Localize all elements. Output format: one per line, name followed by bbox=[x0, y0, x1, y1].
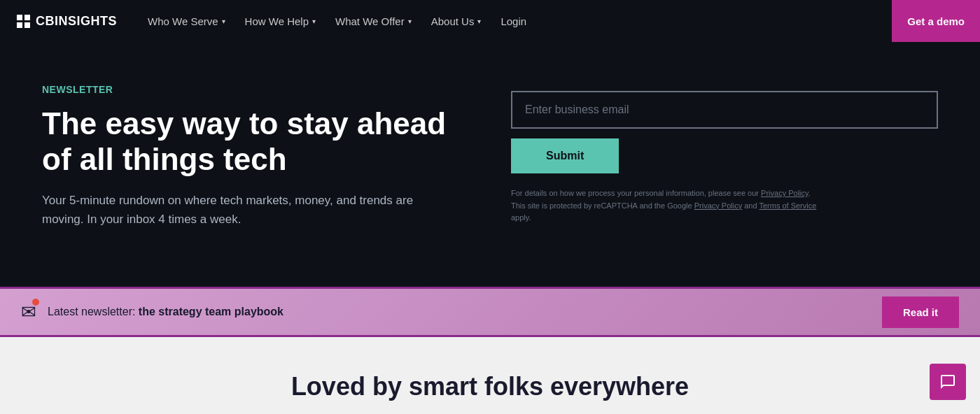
hero-title: The easy way to stay ahead of all things… bbox=[42, 106, 469, 177]
nav-what-we-offer[interactable]: What We Offer ▾ bbox=[327, 10, 420, 33]
nav-about-us[interactable]: About Us ▾ bbox=[423, 10, 490, 33]
nav-items: Who We Serve ▾ How We Help ▾ What We Off… bbox=[139, 10, 963, 33]
read-it-button[interactable]: Read it bbox=[882, 297, 959, 328]
chevron-down-icon: ▾ bbox=[222, 17, 225, 25]
privacy-policy-link[interactable]: Privacy Policy bbox=[761, 189, 808, 197]
logo[interactable]: CBINSIGHTS bbox=[17, 14, 117, 29]
login-button[interactable]: Login bbox=[492, 10, 535, 33]
banner-text: Latest newsletter: the strategy team pla… bbox=[48, 306, 882, 318]
terms-of-service-link[interactable]: Terms of Service bbox=[759, 201, 816, 210]
privacy-text: For details on how we process your perso… bbox=[511, 187, 819, 224]
hero-right: Submit For details on how we process you… bbox=[511, 84, 938, 224]
logo-icon bbox=[17, 15, 30, 28]
notification-dot bbox=[32, 299, 39, 306]
google-privacy-link[interactable]: Privacy Policy bbox=[694, 201, 742, 210]
navbar: CBINSIGHTS Who We Serve ▾ How We Help ▾ … bbox=[0, 0, 980, 42]
newsletter-label: Newsletter bbox=[42, 84, 469, 95]
chevron-down-icon: ▾ bbox=[477, 17, 481, 25]
bottom-title: Loved by smart folks everywhere bbox=[291, 372, 689, 401]
banner-icon-area: ✉ bbox=[21, 301, 36, 323]
nav-who-we-serve[interactable]: Who We Serve ▾ bbox=[139, 10, 234, 33]
nav-how-we-help[interactable]: How We Help ▾ bbox=[237, 10, 324, 33]
hero-section: Newsletter The easy way to stay ahead of… bbox=[0, 42, 980, 287]
chat-icon bbox=[939, 373, 956, 390]
chat-button[interactable] bbox=[930, 364, 966, 400]
chevron-down-icon: ▾ bbox=[408, 17, 412, 25]
hero-subtitle: Your 5-minute rundown on where tech mark… bbox=[42, 191, 434, 229]
logo-text: CBINSIGHTS bbox=[36, 14, 117, 29]
email-input[interactable] bbox=[511, 91, 938, 129]
bottom-section: Loved by smart folks everywhere bbox=[0, 337, 980, 414]
newsletter-banner: ✉ Latest newsletter: the strategy team p… bbox=[0, 287, 980, 337]
chevron-down-icon: ▾ bbox=[312, 17, 316, 25]
hero-left: Newsletter The easy way to stay ahead of… bbox=[42, 84, 469, 229]
submit-button[interactable]: Submit bbox=[511, 138, 619, 173]
get-demo-button[interactable]: Get a demo bbox=[892, 0, 980, 42]
